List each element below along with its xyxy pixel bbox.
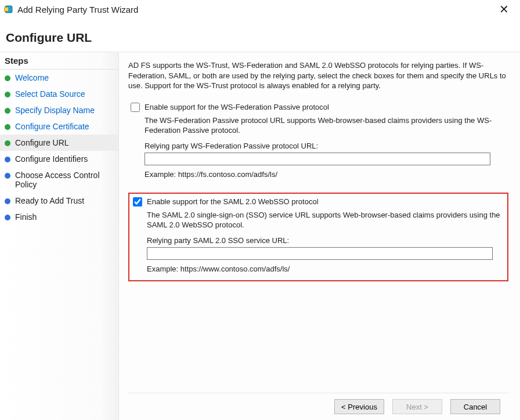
previous-button[interactable]: < Previous [334, 399, 384, 414]
step-select-data-source[interactable]: Select Data Source [0, 86, 118, 102]
close-button[interactable]: ✕ [492, 3, 515, 15]
saml-enable-checkbox[interactable] [133, 197, 142, 207]
saml-section: Enable support for the SAML 2.0 WebSSO p… [128, 193, 508, 281]
wizard-body: Steps Welcome Select Data Source Specify… [0, 52, 520, 420]
titlebar: Add Relying Party Trust Wizard ✕ [0, 0, 520, 19]
saml-example: Example: https://www.contoso.com/adfs/ls… [147, 265, 504, 273]
saml-url-input[interactable] [147, 247, 493, 260]
wsfed-url-label: Relying party WS-Federation Passive prot… [145, 142, 506, 150]
wizard-window: Add Relying Party Trust Wizard ✕ Configu… [0, 0, 520, 420]
wsfed-example: Example: https://fs.contoso.com/adfs/ls/ [145, 170, 506, 179]
step-label: Configure URL [15, 138, 69, 147]
step-label: Configure Identifiers [15, 154, 88, 164]
next-button[interactable]: Next > [392, 399, 442, 414]
steps-sidebar: Steps Welcome Select Data Source Specify… [0, 52, 119, 420]
svg-rect-1 [5, 8, 9, 12]
step-bullet-icon [5, 157, 10, 162]
step-bullet-icon [5, 108, 10, 114]
wsfed-section: Enable support for the WS-Federation Pas… [128, 100, 508, 187]
step-label: Ready to Add Trust [15, 196, 84, 205]
wsfed-description: The WS-Federation Passive protocol URL s… [145, 115, 506, 136]
step-label[interactable]: Specify Display Name [15, 106, 95, 115]
step-welcome[interactable]: Welcome [0, 70, 118, 86]
saml-description: The SAML 2.0 single-sign-on (SSO) servic… [147, 210, 504, 230]
step-label[interactable]: Select Data Source [15, 89, 85, 99]
step-bullet-icon [5, 75, 10, 81]
wsfed-checkbox-label: Enable support for the WS-Federation Pas… [145, 103, 329, 111]
step-specify-display-name[interactable]: Specify Display Name [0, 102, 118, 118]
step-label[interactable]: Configure Certificate [15, 122, 89, 131]
step-bullet-icon [5, 124, 10, 130]
step-choose-access-control-policy[interactable]: Choose Access Control Policy [0, 167, 118, 193]
step-finish[interactable]: Finish [0, 209, 118, 225]
steps-title: Steps [0, 52, 118, 70]
step-configure-certificate[interactable]: Configure Certificate [0, 118, 118, 135]
step-label: Choose Access Control Policy [15, 171, 114, 189]
step-bullet-icon [5, 173, 10, 179]
step-bullet-icon [5, 92, 10, 97]
step-label[interactable]: Welcome [15, 73, 49, 82]
intro-text: AD FS supports the WS-Trust, WS-Federati… [128, 60, 508, 91]
step-configure-url[interactable]: Configure URL [0, 135, 118, 151]
wsfed-url-input[interactable] [145, 153, 490, 165]
step-label: Finish [15, 212, 37, 222]
step-configure-identifiers[interactable]: Configure Identifiers [0, 151, 118, 167]
step-bullet-icon [5, 198, 10, 204]
main-panel: AD FS supports the WS-Trust, WS-Federati… [119, 52, 520, 420]
cancel-button[interactable]: Cancel [450, 399, 500, 414]
step-ready-to-add-trust[interactable]: Ready to Add Trust [0, 193, 118, 209]
wsfed-enable-checkbox[interactable] [131, 103, 140, 112]
button-bar: < Previous Next > Cancel [128, 393, 508, 420]
step-bullet-icon [5, 215, 10, 220]
saml-url-label: Relying party SAML 2.0 SSO service URL: [147, 236, 504, 245]
app-icon [3, 4, 14, 15]
page-heading: Configure URL [0, 19, 520, 52]
step-bullet-icon [5, 140, 10, 146]
spacer [128, 287, 508, 393]
saml-checkbox-label: Enable support for the SAML 2.0 WebSSO p… [147, 197, 319, 206]
window-title: Add Relying Party Trust Wizard [17, 5, 492, 15]
